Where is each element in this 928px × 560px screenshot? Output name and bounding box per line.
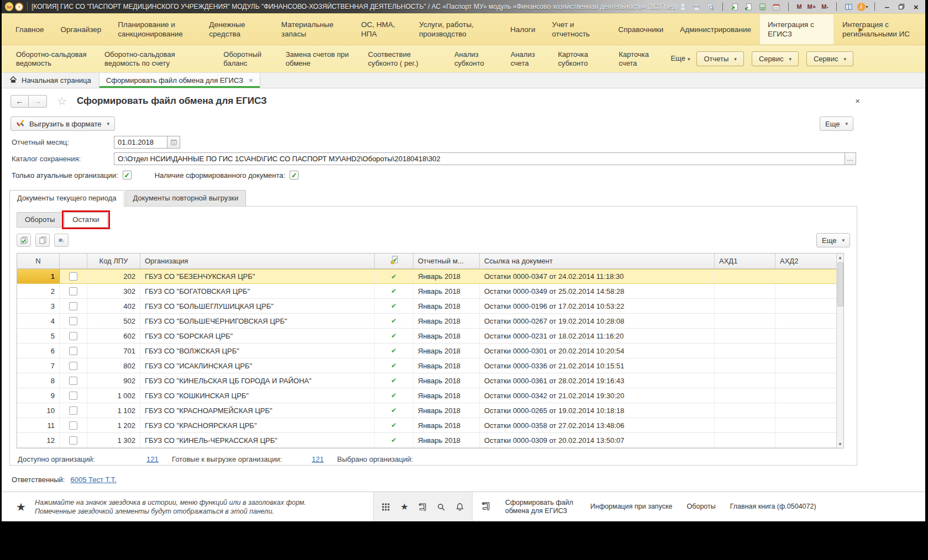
formed-doc-checkbox[interactable]: ✓ <box>290 171 298 179</box>
col-header-org[interactable]: Организация <box>140 253 375 268</box>
section-item[interactable]: Справочники <box>610 14 672 45</box>
col-header-axd2[interactable]: АХД2 <box>775 253 836 268</box>
section-item[interactable]: Администрирование <box>672 14 759 45</box>
period-tab[interactable]: Документы текущего периода <box>9 190 124 207</box>
section-item[interactable]: Налоги <box>502 14 543 45</box>
table-row[interactable]: 9 1 002 ГБУЗ СО "КОШКИНСКАЯ ЦРБ" ✔ Январ… <box>17 388 836 403</box>
save-icon[interactable] <box>677 2 689 12</box>
history-item[interactable]: Сформировать файл обмена для ЕГИСЗ <box>505 499 576 515</box>
memory-m-button[interactable]: M <box>795 2 803 12</box>
panel-dropdown-button[interactable]: Сервис▾ <box>806 51 853 66</box>
col-header-month[interactable]: Отчетный м... <box>413 253 480 268</box>
tab-ostatki[interactable]: Остатки <box>64 212 107 228</box>
favorites-icon[interactable]: ★ <box>399 501 411 513</box>
section-item[interactable]: Услуги, работы, производство <box>411 14 502 45</box>
period-tab[interactable]: Документы повторной выгрузки <box>125 190 247 206</box>
row-checkbox[interactable] <box>69 302 77 310</box>
section-item[interactable]: Органайзер <box>53 14 110 45</box>
col-header-doc[interactable]: Ссылка на документ <box>480 253 715 268</box>
download-file-icon[interactable] <box>743 2 754 12</box>
subfunction-item[interactable]: Анализ счета▾ <box>504 50 552 68</box>
subfunction-item[interactable]: Карточка субконто▾ <box>552 50 612 68</box>
invert-selection-button[interactable] <box>54 234 69 247</box>
row-checkbox[interactable] <box>69 347 77 355</box>
minimize-button[interactable]: – <box>881 2 893 12</box>
memory-m-plus-button[interactable]: M+ <box>806 2 818 12</box>
table-row[interactable]: 1 202 ГБУЗ СО "БЕЗЕНЧУКСКАЯ ЦРБ" ✔ Январ… <box>17 269 836 284</box>
row-checkbox[interactable] <box>69 406 77 415</box>
active-form-tab[interactable]: Сформировать файл обмена для ЕГИСЗ × <box>99 73 260 88</box>
history-icon[interactable] <box>417 501 429 513</box>
close-button[interactable]: × <box>910 2 922 12</box>
row-checkbox[interactable] <box>69 362 77 370</box>
available-orgs-link[interactable]: 121 <box>146 455 162 463</box>
subfunction-item[interactable]: Карточка счета▾ <box>612 50 664 68</box>
search-icon[interactable] <box>435 501 447 513</box>
favorite-star-icon[interactable]: ☆ <box>57 94 67 108</box>
row-checkbox[interactable] <box>69 377 77 385</box>
scroll-up-icon[interactable]: ▲ <box>837 253 843 261</box>
subfunction-item[interactable]: Замена счетов при обмене▾ <box>279 50 361 68</box>
scrollbar-thumb[interactable] <box>837 262 843 307</box>
section-item[interactable]: Главное <box>7 14 53 45</box>
subfunction-item[interactable]: Соотвествие субконто ( рег.)▾ <box>361 50 448 68</box>
col-header-checkbox[interactable] <box>60 253 87 268</box>
table-row[interactable]: 7 802 ГБУЗ СО "ИСАКЛИНСКАЯ ЦРБ" ✔ Январь… <box>17 358 836 373</box>
print-preview-icon[interactable] <box>705 2 716 12</box>
col-header-code[interactable]: Код ЛПУ <box>87 253 140 268</box>
save-dir-input[interactable] <box>114 152 845 165</box>
section-item[interactable]: ОС, НМА, НПА <box>353 14 411 45</box>
tab-close-icon[interactable]: × <box>249 76 253 84</box>
row-checkbox[interactable] <box>69 272 77 281</box>
table-row[interactable]: 3 402 ГБУЗ СО "БОЛЬШЕГЛУШИЦКАЯ ЦРБ" ✔ Ян… <box>17 299 836 314</box>
table-row[interactable]: 6 701 ГБУЗ СО "ВОЛЖСКАЯ ЦРБ" ✔ Январь 20… <box>17 344 836 358</box>
subfunction-item[interactable]: Еще▾ <box>664 54 696 64</box>
table-row[interactable]: 4 502 ГБУЗ СО "БОЛЬШЕЧЕРНИГОВСКАЯ ЦРБ" ✔… <box>17 314 836 329</box>
info-icon[interactable]: i▾ <box>857 2 868 12</box>
notifications-bell-icon[interactable] <box>454 501 466 513</box>
panel-dropdown-button[interactable]: Сервис▾ <box>752 51 799 66</box>
col-header-axd1[interactable]: АХД1 <box>715 253 775 268</box>
system-menu-caret-icon[interactable]: ▾ <box>15 3 23 11</box>
subfunction-item[interactable]: Анализ субконто▾ <box>448 50 504 68</box>
form-more-button[interactable]: Еще ▾ <box>820 117 853 131</box>
actual-orgs-checkbox[interactable]: ✓ <box>123 171 132 179</box>
history-item[interactable]: Главная книга (ф.0504072) <box>730 503 816 511</box>
section-item[interactable]: Учет и отчетность <box>544 14 610 45</box>
split-window-icon[interactable] <box>843 2 854 12</box>
report-month-input[interactable] <box>114 136 167 149</box>
home-page-tab[interactable]: Начальная страница <box>2 73 99 88</box>
history-item[interactable]: Обороты <box>687 503 716 511</box>
section-item[interactable]: Материальные запасы <box>273 14 353 45</box>
row-checkbox[interactable] <box>69 436 77 445</box>
table-scrollbar[interactable]: ▲ ▼ <box>836 253 843 448</box>
col-header-n[interactable]: N <box>17 253 60 268</box>
table-row[interactable]: 5 602 ГБУЗ СО "БОРСКАЯ ЦРБ" ✔ Январь 201… <box>17 329 836 344</box>
table-row[interactable]: 10 1 102 ГБУЗ СО "КРАСНОАРМЕЙСКАЯ ЦРБ" ✔… <box>17 403 836 418</box>
section-item[interactable]: Интеграция с региональными ИС <box>834 14 925 45</box>
browse-button[interactable]: ... <box>845 152 856 165</box>
row-checkbox[interactable] <box>69 392 77 400</box>
subfunction-item[interactable]: Оборотно-сальдовая ведомость по счету▾ <box>98 50 217 68</box>
nav-forward-button[interactable]: → <box>29 95 47 108</box>
upload-file-icon[interactable] <box>729 2 741 12</box>
tab-oboroty[interactable]: Обороты <box>17 212 63 228</box>
section-item[interactable]: Денежные средства <box>201 14 273 45</box>
print-icon[interactable] <box>691 2 702 12</box>
table-more-button[interactable]: Еще ▾ <box>816 233 850 247</box>
responsible-link[interactable]: 6005 Тест Т.Т. <box>70 476 116 484</box>
all-functions-grid-icon[interactable] <box>380 501 392 513</box>
check-all-button[interactable] <box>17 234 31 247</box>
subfunction-item[interactable]: Оборотный баланс▾ <box>217 50 279 68</box>
subfunction-item[interactable]: Оборотно-сальдовая ведомость▾ <box>9 50 98 68</box>
section-item[interactable]: Интеграция с ЕГИСЗ <box>759 14 834 45</box>
col-header-status[interactable] <box>375 253 413 268</box>
row-checkbox[interactable] <box>69 287 77 295</box>
uncheck-all-button[interactable] <box>35 234 50 247</box>
table-row[interactable]: 2 302 ГБУЗ СО "БОГАТОВСКАЯ ЦРБ" ✔ Январь… <box>17 284 836 299</box>
row-checkbox[interactable] <box>69 317 77 325</box>
table-row[interactable]: 8 902 ГБУЗ СО "КИНЕЛЬСКАЯ ЦБ ГОРОДА И РА… <box>17 373 836 388</box>
export-format-button[interactable]: Выгрузить в формате ▾ <box>11 117 115 131</box>
history-scroll-icon[interactable] <box>481 501 491 513</box>
calculator-icon[interactable] <box>757 2 768 12</box>
